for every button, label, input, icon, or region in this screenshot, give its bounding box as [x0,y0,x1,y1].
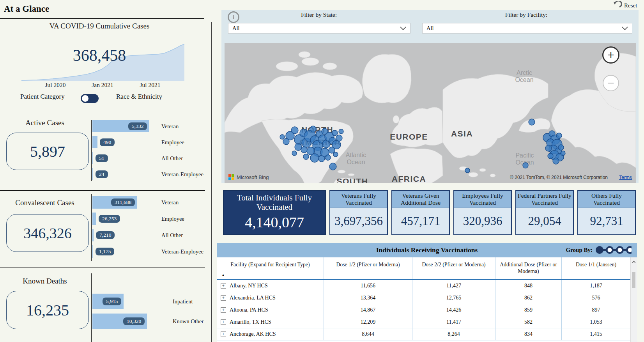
facility-bubble[interactable] [295,144,302,151]
kpi-value: 92,731 [578,208,635,234]
sort-ascending-icon[interactable]: ▲ [221,273,225,277]
bar-value-badge: 26,253 [99,215,120,223]
filter-map-panel: i Filter by State: All Filter by Facilit… [221,10,639,183]
expand-row-icon[interactable]: + [221,295,226,301]
info-icon[interactable]: i [228,11,239,23]
reset-label: Reset [624,2,637,9]
bar-value-badge: 7,210 [96,231,115,239]
facility-bubble[interactable] [318,156,325,162]
expand-row-icon[interactable]: + [221,331,226,337]
column-header[interactable]: Dose 2/2 (Pfizer or Moderna) [412,257,495,279]
kpi-title: Veterans Given Additional Dose [392,191,449,208]
reset-button[interactable]: Reset [612,1,637,11]
bing-logo: Microsoft Bing [228,174,269,180]
facility-filter-dropdown[interactable]: All [422,23,632,34]
facility-filter-value: All [426,25,434,32]
category-bar[interactable] [92,136,97,148]
undo-icon [612,1,622,11]
facility-bubble[interactable] [339,129,343,134]
value-cell: 14,426 [412,304,495,316]
facility-bubble[interactable] [329,163,336,170]
column-header[interactable]: Dose 1/2 (Pfizer or Moderna) [324,257,412,279]
column-header[interactable]: Additional Dose (Pfizer or Moderna) [495,257,562,279]
x-tick: Jul 2020 [45,82,66,89]
state-filter-value: All [232,25,240,32]
table-row[interactable]: +Altoona, PA HCS14,86714,426859897 [217,304,637,316]
bar-value-badge: 5,915 [103,298,121,305]
category-bar[interactable] [92,213,96,225]
table-row[interactable]: +Amarillo, TX HCS12,20911,4175821,053 [217,316,637,328]
section-title-convalescent-cases: Convalescent Cases [0,198,90,207]
facility-bubble[interactable] [310,154,319,162]
facility-bubble[interactable] [558,145,564,150]
facility-bubble[interactable] [333,152,338,157]
toggle-knob [82,95,88,102]
category-bar[interactable] [92,168,93,180]
facility-bubble[interactable] [310,126,316,132]
value-cell: 862 [495,292,562,304]
facility-bubble[interactable] [325,155,331,160]
facility-bubble[interactable] [332,130,338,136]
facility-bubble[interactable] [292,151,297,156]
page-title: At a Glance [4,4,49,14]
table-row[interactable]: +Alexandria, LA HCS13,36412,765862576 [217,292,637,304]
column-header[interactable]: Facility (Expand for Recipient Type) [217,257,324,279]
value-cell: 897 [562,304,631,316]
value-cell: 1,053 [562,316,631,328]
expand-row-icon[interactable]: + [221,307,226,313]
convalescent-cases-total: 346,326 [23,225,72,242]
section-divider [0,268,205,268]
facility-bubble[interactable] [329,147,335,153]
table-scrollbar[interactable] [630,257,637,342]
map-zoom-out-button[interactable]: − [603,75,619,91]
facility-bubble[interactable] [548,153,553,159]
cumulative-chart-title: VA COVID-19 Cumulative Cases [0,22,199,30]
facility-bubble[interactable] [556,133,562,138]
bar-category-label: Veteran-Employee [161,171,203,177]
expand-row-icon[interactable]: + [221,283,226,289]
section-divider [0,190,205,191]
map-terms-link[interactable]: Terms [619,175,632,180]
map-zoom-in-button[interactable]: + [602,46,619,64]
table-row[interactable]: +Albany, NY HCS11,65611,4278481,187 [217,280,637,292]
category-bar[interactable] [92,229,94,241]
facility-cell: +Albany, NY HCS [217,280,324,292]
kpi-title: Veterans Fully Vaccinated [330,191,387,208]
kpi-title: Employees Fully Vaccinated [454,191,511,208]
facility-bubble[interactable] [523,163,528,168]
kpi-value: 3,697,356 [330,208,387,234]
value-cell: 12,209 [324,316,412,328]
facility-name: Anchorage, AK HCS [230,331,276,337]
facility-bubble[interactable] [561,151,565,156]
facility-bubble[interactable] [545,145,552,151]
facility-bubble[interactable] [280,135,285,139]
continent-label: AFRICA [392,174,426,183]
facility-bubble[interactable] [291,127,298,134]
category-ethnicity-toggle[interactable] [81,94,99,103]
facility-bubble[interactable] [553,158,559,164]
facility-bubble[interactable] [336,135,342,141]
bar-category-label: Employee [161,139,184,145]
scrollbar-thumb[interactable] [632,272,635,288]
panel-divider [211,22,212,342]
facility-bubble[interactable] [283,138,289,145]
continent-label: SOUTH [337,177,368,183]
group-by-slider-icon[interactable] [594,245,632,255]
scroll-up-icon[interactable] [632,260,636,264]
value-cell: 12,765 [412,292,495,304]
facility-bubble[interactable] [303,154,309,159]
category-bar[interactable] [92,152,93,164]
facility-map[interactable]: NORTHAMERICAEUROPEASIAAFRICASOUTHArcticO… [225,43,636,183]
value-cell: 859 [495,304,562,316]
column-header[interactable]: Dose 1/1 (Janssen) [562,257,631,279]
category-bar[interactable] [92,245,93,258]
map-attribution: © 2021 TomTom, © 2021 Microsoft Corporat… [510,175,608,180]
table-row[interactable]: +Anchorage, AK HCS8,6448,2648341,415 [217,328,637,340]
active-cases-total-box: 5,897 [6,133,89,170]
expand-row-icon[interactable]: + [221,319,226,325]
state-filter-dropdown[interactable]: All [228,23,410,34]
facility-bubble[interactable] [465,168,470,173]
facility-bubble[interactable] [529,119,535,125]
facility-name: Altoona, PA HCS [230,307,268,313]
bar-axis [91,120,92,181]
